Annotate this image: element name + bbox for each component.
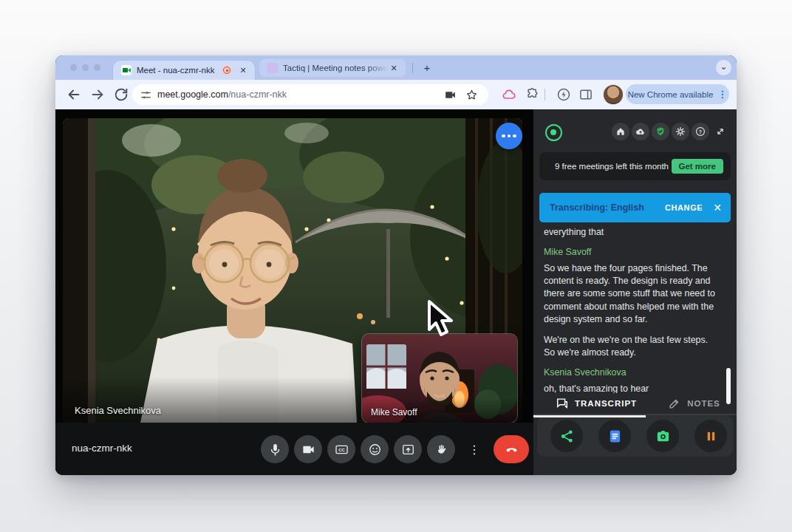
floating-chat-bubble-icon[interactable] (496, 123, 522, 149)
svg-text:?: ? (699, 129, 702, 134)
tactiq-sidebar: ? 9 free meetings left this month Get mo… (533, 109, 737, 475)
tactiq-header: ? (533, 120, 737, 146)
transcript-entry: everything that (544, 226, 718, 239)
back-button[interactable] (66, 86, 82, 103)
transcript-text: We're on the we're on the last few steps… (544, 334, 718, 360)
free-meetings-text: 9 free meetings left this month (553, 161, 671, 172)
transcript-speaker: Ksenia Svechnikova (544, 366, 718, 379)
settings-gear-button[interactable] (672, 123, 689, 140)
tab-divider (412, 63, 413, 73)
forward-button[interactable] (89, 86, 106, 103)
transcript-entry: Mike Savoff So we have the four pages fi… (544, 246, 718, 326)
tactiq-tab-bar: TRANSCRIPT NOTES (533, 393, 737, 415)
browser-window: Meet - nua-czmr-nkk ✕ Tactiq | Meeting n… (55, 55, 737, 475)
participant-name-label: Mike Savoff (371, 407, 417, 417)
screenshot-button[interactable] (646, 420, 679, 452)
tab-tactiq[interactable]: Tactiq | Meeting notes powe ✕ (259, 59, 406, 77)
share-button[interactable] (550, 420, 583, 452)
help-button[interactable]: ? (692, 123, 709, 140)
meet-controls: CC ⋮ (261, 435, 529, 463)
mic-button[interactable] (261, 435, 289, 463)
tab-title: Tactiq | Meeting notes powe (283, 64, 388, 72)
sidebar-scrollbar-thumb[interactable] (726, 368, 731, 404)
transcript-list[interactable]: everything that Mike Savoff So we have t… (544, 226, 718, 393)
transcript-text: So we have the four pages finished. The … (544, 262, 718, 327)
side-panel-icon[interactable] (578, 87, 593, 102)
transcript-text: everything that (544, 226, 718, 239)
address-bar[interactable]: meet.google.com/nua-czmr-nkk (132, 84, 488, 105)
present-button[interactable] (394, 435, 422, 463)
transcribing-label: Transcribing: English (550, 202, 644, 213)
toolbar-divider (544, 89, 545, 100)
tab-meet[interactable]: Meet - nua-czmr-nkk ✕ (113, 61, 255, 80)
reactions-button[interactable] (361, 435, 389, 463)
tab-close-icon[interactable]: ✕ (388, 62, 400, 74)
transcript-entry: We're on the we're on the last few steps… (544, 334, 718, 360)
svg-text:CC: CC (338, 448, 345, 452)
browser-toolbar: meet.google.com/nua-czmr-nkk (55, 80, 737, 109)
end-call-button[interactable] (494, 435, 529, 463)
bookmark-star-icon[interactable] (465, 89, 478, 101)
extension-bolt-icon[interactable] (556, 87, 571, 102)
cloud-upload-button[interactable] (632, 123, 649, 140)
more-options-button[interactable]: ⋮ (460, 435, 488, 463)
close-transcribing-icon[interactable]: ✕ (713, 202, 722, 214)
change-language-button[interactable]: CHANGE (665, 203, 703, 212)
chrome-update-label: New Chrome available (628, 90, 714, 99)
tab-title: Meet - nua-czmr-nkk (137, 66, 222, 75)
tab-strip: Meet - nua-czmr-nkk ✕ Tactiq | Meeting n… (55, 55, 737, 80)
window-close-button[interactable] (70, 64, 77, 71)
free-meetings-banner: 9 free meetings left this month Get more (539, 152, 731, 180)
url-domain: meet.google.com (157, 89, 228, 100)
transcript-chat-icon (556, 397, 569, 410)
google-docs-button[interactable] (598, 420, 631, 452)
meet-favicon-icon (121, 65, 132, 75)
active-tab-indicator (533, 415, 646, 417)
tab-close-icon[interactable]: ✕ (237, 64, 249, 76)
window-minimize-button[interactable] (82, 64, 89, 71)
tactiq-favicon-icon (267, 63, 278, 73)
get-more-button[interactable]: Get more (672, 159, 724, 174)
page-content: Ksenia Svechnikova (55, 109, 737, 475)
home-button[interactable] (612, 123, 629, 140)
meet-control-bar: nua-czmr-nkk CC (55, 423, 533, 475)
url-text[interactable]: meet.google.com/nua-czmr-nkk (157, 89, 287, 100)
tab-camera-icon[interactable] (444, 89, 457, 101)
chrome-update-button[interactable]: New Chrome available ⋮ (626, 84, 729, 104)
tactiq-logo-icon (545, 124, 562, 141)
tab-search-chevron-icon[interactable]: ⌄ (716, 60, 731, 75)
privacy-shield-button[interactable] (652, 123, 669, 140)
new-tab-button[interactable]: + (419, 60, 435, 76)
transcribing-bar: Transcribing: English CHANGE ✕ (539, 193, 731, 222)
recording-indicator-icon (222, 65, 232, 75)
url-path: /nua-czmr-nkk (228, 89, 287, 100)
tab-transcript-label: TRANSCRIPT (575, 399, 637, 408)
meeting-code-label: nua-czmr-nkk (72, 443, 132, 454)
notes-pencil-icon (668, 397, 681, 410)
camera-button[interactable] (294, 435, 322, 463)
transcript-entry: Ksenia Svechnikova oh, that's amazing to… (544, 366, 718, 393)
pip-video-tile[interactable]: Mike Savoff (362, 334, 517, 423)
desktop-background: Meet - nua-czmr-nkk ✕ Tactiq | Meeting n… (0, 0, 792, 532)
tab-notes[interactable]: NOTES (668, 397, 720, 410)
tab-transcript[interactable]: TRANSCRIPT (556, 397, 637, 410)
tab-notes-label: NOTES (687, 399, 720, 408)
raise-hand-button[interactable] (427, 435, 455, 463)
reload-button[interactable] (113, 86, 129, 103)
site-settings-icon[interactable] (140, 89, 151, 100)
transcript-speaker: Mike Savoff (544, 246, 718, 259)
meet-stage: Ksenia Svechnikova (55, 109, 533, 475)
collapse-panel-button[interactable] (711, 123, 729, 140)
extensions-puzzle-icon[interactable] (525, 87, 540, 102)
profile-avatar[interactable] (604, 85, 623, 104)
tactiq-action-bar (537, 415, 733, 457)
transcript-text: oh, that's amazing to hear (544, 383, 718, 393)
browser-menu-icon[interactable]: ⋮ (717, 89, 727, 100)
window-zoom-button[interactable] (94, 64, 100, 71)
captions-button[interactable]: CC (327, 435, 355, 463)
extension-cloud-icon[interactable] (502, 87, 516, 102)
pause-recording-button[interactable] (694, 420, 727, 452)
participant-name-label: Ksenia Svechnikova (75, 405, 161, 416)
